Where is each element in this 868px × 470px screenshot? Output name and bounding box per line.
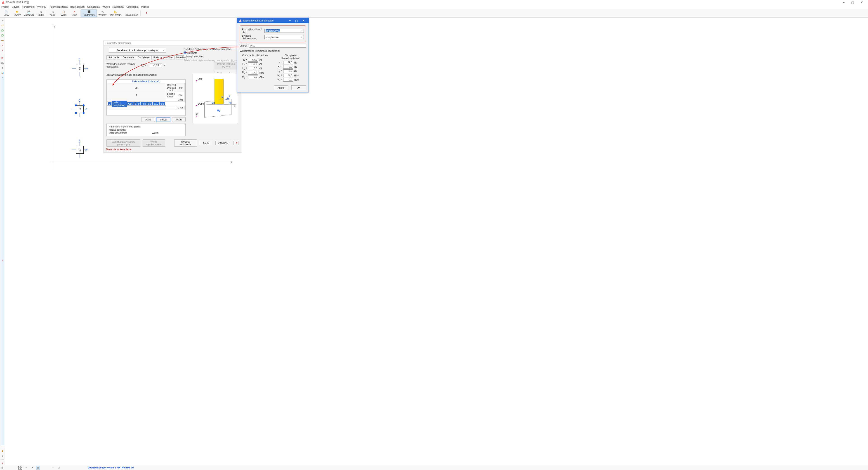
menu-wykopy[interactable]: Wykopy — [37, 5, 46, 8]
edit-max-button[interactable]: ▢ — [293, 18, 300, 23]
stool-pen[interactable]: ✎ — [1, 462, 4, 465]
edit-input[interactable]: 67,0 — [248, 58, 258, 62]
edit-input[interactable]: -9,0 — [248, 62, 258, 66]
help-button[interactable]: ? — [234, 141, 239, 145]
param-dialog: Parametry fundamentu Fundament nr 2: sto… — [103, 40, 241, 153]
canvas[interactable]: Y X yx yx yx Parametry fundamentu Fundam… — [5, 18, 868, 465]
foundation-select[interactable]: Fundament nr 2: stopa prostokątna — [109, 48, 166, 53]
foundation-node-1[interactable]: yx — [72, 61, 88, 76]
status-icon-4[interactable]: ↔ — [51, 466, 55, 470]
osiad-opt2[interactable]: eksploatacyjne — [184, 55, 238, 58]
status-icon-5[interactable]: ⊡ — [57, 466, 61, 470]
stool-circle[interactable]: ◯ — [1, 29, 4, 32]
edit-input[interactable]: 14,0 — [283, 74, 293, 77]
tab-polozenie[interactable]: Położenie — [106, 55, 121, 59]
edit-min-button[interactable]: ━ — [286, 18, 293, 23]
menu-przemieszczenia[interactable]: Przemieszczenia — [49, 5, 68, 8]
menu-bazy[interactable]: Bazy danych — [70, 5, 85, 8]
sytuacja-select[interactable]: przejściowa — [265, 35, 304, 39]
wyniki-wym-button[interactable]: Wyniki wymiarowania — [143, 139, 165, 147]
close-button[interactable]: ✕ — [857, 0, 866, 4]
maximize-button[interactable]: ▢ — [848, 0, 857, 4]
status-icon-2[interactable]: ⚑ — [30, 466, 34, 470]
foundation-node-2[interactable]: yx — [72, 101, 88, 117]
menu-ustawienia[interactable]: Ustawienia — [126, 5, 138, 8]
stool-pointer[interactable]: ↖ — [1, 19, 4, 22]
tool-wklej[interactable]: 📋Wklej — [58, 9, 69, 17]
tab-podloze[interactable]: Podłoże gruntowe — [151, 55, 175, 59]
tool-wykopy[interactable]: ⛏Wykopy — [97, 9, 108, 17]
edit-input[interactable]: 0,0 — [283, 69, 293, 73]
axis-x — [50, 162, 231, 162]
pobierz-pl-button[interactable]: Pobierz reakcje z PL_Win — [214, 62, 239, 69]
app-icon — [2, 1, 4, 4]
tool-zachowaj[interactable]: 💾Zachowaj — [23, 9, 35, 17]
literal-input[interactable]: PP1 — [249, 43, 306, 48]
edit-input[interactable]: 0,0 — [283, 78, 293, 82]
wyniki-gran-button[interactable]: Wyniki analizy stanów granicznych — [106, 139, 141, 147]
tool-otworz[interactable]: 📂Otwórz — [12, 9, 23, 17]
stool-bars[interactable]: ⫴ — [1, 76, 4, 445]
edit-input[interactable]: 17,0 — [248, 71, 258, 74]
stool-line[interactable]: ▬ — [1, 38, 4, 42]
edycja-button[interactable]: Edycja — [157, 117, 170, 122]
stool-text[interactable]: kaL — [1, 61, 4, 64]
menu-projekt[interactable]: Projekt — [1, 5, 9, 8]
tool-lista[interactable]: Lista gruntów — [123, 9, 140, 17]
stool-line3[interactable]: ╱ — [1, 49, 4, 52]
tool-help[interactable]: ? — [141, 9, 152, 17]
menu-narzedzia[interactable]: Narzędzia — [112, 5, 124, 8]
titlebar: FD-WIN 1997 1.27 [] ━ ▢ ✕ — [0, 0, 868, 4]
anuluj-button[interactable]: Anuluj — [199, 141, 213, 145]
tool-fundamenty[interactable]: ⬛Fundamenty — [81, 9, 97, 17]
edit-close-button[interactable]: ✕ — [300, 18, 307, 23]
table-row[interactable]: 1podst. | trwałaObl.50,03,00,015,00,0 — [107, 92, 186, 98]
status-icon-1[interactable]: ✎ — [24, 466, 28, 470]
tool-usun[interactable]: ✕Usuń — [69, 9, 80, 17]
tool-warprzem[interactable]: 📐War. przem. — [108, 9, 123, 17]
menu-edycja[interactable]: Edycja — [12, 5, 19, 8]
tab-obciazenie[interactable]: Obciążenie — [135, 55, 152, 59]
load-diagram: Ztp ▾ ZObc ▾ Zf ▾ N Hx Hy Mx My y x → ↗ — [193, 73, 238, 124]
zamknij-button[interactable]: ZAMKNIJ — [215, 141, 231, 145]
tool-drukuj[interactable]: 🖨Drukuj — [35, 9, 46, 17]
menu-obciazenia[interactable]: Obciążenia — [87, 5, 100, 8]
warning-text: Dane nie są kompletne — [106, 148, 239, 151]
stool-play[interactable]: ▶ — [1, 56, 4, 59]
param-dialog-title[interactable]: Parametry fundamentu — [104, 40, 241, 45]
zobc-input[interactable]: -1,05 — [150, 63, 162, 67]
edit-dialog-titlebar[interactable]: Edycja kombinacji obciążeń ━ ▢ ✕ — [237, 18, 309, 23]
table-row[interactable]: 2podst. | przejściowaObl.67,0-9,00,017,0… — [107, 102, 166, 106]
stool-grid[interactable]: ⊞ — [1, 66, 4, 69]
minimize-button[interactable]: ━ — [839, 0, 848, 4]
toolbar: 📄Nowy 📂Otwórz 💾Zachowaj 🖨Drukuj ⎘Kopiuj … — [0, 9, 868, 18]
osiad-opt1[interactable]: całkowite — [184, 51, 238, 54]
tool-kopiuj[interactable]: ⎘Kopiuj — [48, 9, 58, 17]
status-icon-3[interactable]: ▦ — [36, 466, 40, 470]
stool-diamond[interactable]: ◆ — [1, 449, 4, 452]
stool-line2[interactable]: ╱ — [1, 43, 4, 47]
edit-input[interactable]: 0,0 — [248, 75, 258, 79]
edit-input[interactable]: 59,0 — [283, 61, 293, 64]
stool-chart[interactable]: 📊 — [1, 71, 4, 74]
stool-circle2[interactable]: ◯ — [1, 33, 4, 37]
foundation-node-3[interactable]: yx — [72, 142, 88, 158]
edit-anuluj-button[interactable]: Anuluj — [274, 86, 288, 90]
tab-geometria[interactable]: Geometria — [121, 55, 136, 59]
edit-ok-button[interactable]: OK — [291, 86, 306, 90]
edit-input[interactable]: 0,0 — [248, 67, 258, 70]
tool-nowy[interactable]: 📄Nowy — [1, 9, 12, 17]
rodzaj-select[interactable]: podstawowa — [265, 29, 304, 33]
menu-fundament[interactable]: Fundament — [22, 5, 35, 8]
menu-pomoc[interactable]: Pomoc — [141, 5, 149, 8]
dodaj-button[interactable]: Dodaj — [141, 117, 155, 122]
menu-wyniki[interactable]: Wyniki — [102, 5, 110, 8]
stool-rect[interactable]: ▭ — [1, 24, 4, 27]
load-table[interactable]: Lista kombinacji obciążeń: Lp.Rodzaj | s… — [106, 79, 186, 116]
menubar[interactable]: Projekt Edycja Fundament Wykopy Przemies… — [0, 4, 868, 9]
edit-input[interactable]: -7,0 — [283, 65, 293, 69]
wykonaj-button[interactable]: Wykonaj obliczenia — [174, 139, 197, 147]
usun-button[interactable]: Usuń — [172, 117, 186, 122]
stool-dot[interactable]: ● — [1, 454, 4, 458]
workspace: ↖ ▭ ◯ ◯ ▬ ╱ ╱ ▶ kaL ⊞ 📊 ⫴ ◆ ● ✎ Y X yx y… — [0, 18, 868, 465]
